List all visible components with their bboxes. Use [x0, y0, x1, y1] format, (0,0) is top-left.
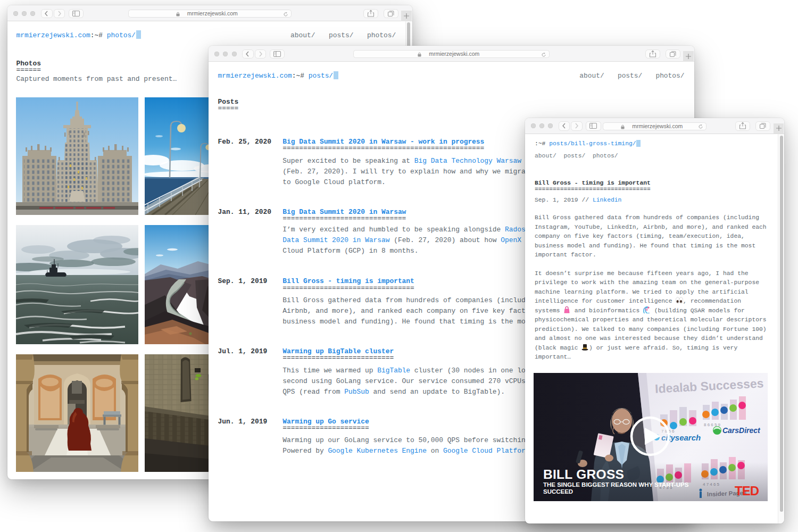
svg-text:SUCCEED: SUCCEED — [543, 488, 573, 494]
svg-text:BILL GROSS: BILL GROSS — [543, 467, 624, 481]
svg-text:THE SINGLE BIGGEST REASON WHY: THE SINGLE BIGGEST REASON WHY START-UPS — [543, 481, 689, 487]
svg-text:TED: TED — [735, 483, 759, 497]
svg-text:CarsDirect: CarsDirect — [722, 426, 761, 434]
